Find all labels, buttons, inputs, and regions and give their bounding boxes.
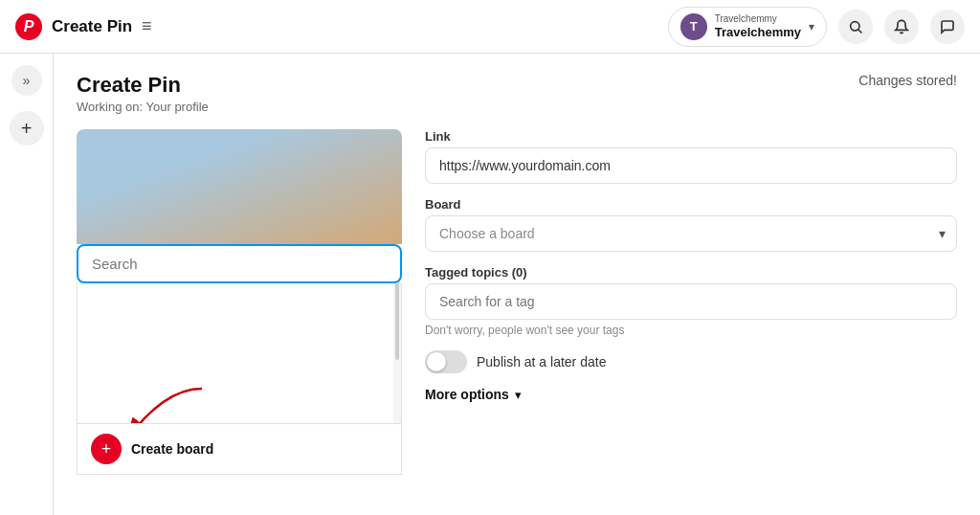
create-board-label: Create board — [131, 441, 213, 457]
link-input[interactable] — [425, 147, 957, 184]
image-preview-inner — [77, 129, 402, 244]
tagged-topics-label: Tagged topics (0) — [425, 265, 957, 280]
messages-icon-button[interactable] — [930, 10, 965, 44]
nav-left: P Create Pin ≡ — [15, 13, 152, 40]
more-options-row[interactable]: More options ▾ — [425, 387, 957, 402]
nav-right: T Travelchemmy Travelchemmy ▾ — [668, 7, 965, 47]
two-column-layout: + Create board Link Board — [77, 129, 957, 495]
search-box-wrapper — [77, 244, 402, 283]
top-nav: P Create Pin ≡ T Travelchemmy Travelchem… — [0, 0, 980, 54]
profile-name-block: Travelchemmy Travelchemmy — [715, 13, 801, 40]
tag-hint: Don't worry, people won't see your tags — [425, 324, 957, 337]
scrollbar-thumb[interactable] — [395, 283, 399, 360]
sidebar: » + — [0, 54, 54, 515]
tagged-topics-group: Tagged topics (0) Don't worry, people wo… — [425, 265, 957, 337]
chevron-left-icon: » — [23, 73, 31, 88]
tag-search-input[interactable] — [425, 283, 957, 320]
profile-name-main: Travelchemmy — [715, 25, 801, 40]
page-subtitle: Working on: Your profile — [77, 100, 957, 114]
publish-toggle[interactable] — [425, 350, 467, 373]
image-preview — [77, 129, 402, 244]
more-options-chevron-icon: ▾ — [515, 388, 522, 402]
right-panel: Link Board Choose a board ▾ Tagged topi — [425, 129, 957, 495]
board-label: Board — [425, 197, 957, 212]
create-board-row[interactable]: + Create board — [78, 423, 401, 474]
link-field-group: Link — [425, 129, 957, 184]
search-input[interactable] — [78, 246, 400, 281]
sidebar-collapse-button[interactable]: » — [11, 65, 42, 96]
create-board-icon: + — [91, 434, 122, 464]
dropdown-list[interactable]: + Create board — [77, 283, 402, 475]
plus-icon: + — [21, 118, 33, 140]
pinterest-logo[interactable]: P — [15, 13, 42, 40]
publish-label: Publish at a later date — [477, 354, 606, 369]
publish-row: Publish at a later date — [425, 350, 957, 373]
board-select[interactable]: Choose a board — [425, 215, 957, 252]
board-select-container: Choose a board ▾ — [425, 215, 957, 252]
notifications-icon-button[interactable] — [884, 10, 919, 44]
svg-line-1 — [858, 30, 861, 33]
chevron-down-icon: ▾ — [809, 20, 814, 34]
avatar: T — [680, 13, 707, 40]
board-field-group: Board Choose a board ▾ — [425, 197, 957, 252]
toggle-knob — [427, 352, 446, 371]
link-label: Link — [425, 129, 957, 144]
more-options-label: More options — [425, 387, 509, 402]
page-title: Create Pin — [77, 73, 957, 98]
main-layout: » + Create Pin Working on: Your profile … — [0, 54, 980, 515]
search-icon-button[interactable] — [838, 10, 873, 44]
profile-button[interactable]: T Travelchemmy Travelchemmy ▾ — [668, 7, 827, 47]
sidebar-add-button[interactable]: + — [10, 111, 44, 146]
left-panel: + Create board — [77, 129, 402, 495]
menu-icon[interactable]: ≡ — [142, 16, 152, 36]
nav-title: Create Pin — [52, 17, 132, 36]
content-area: Create Pin Working on: Your profile Chan… — [54, 54, 980, 515]
changes-stored-label: Changes stored! — [858, 73, 957, 88]
profile-name-top: Travelchemmy — [715, 13, 801, 25]
